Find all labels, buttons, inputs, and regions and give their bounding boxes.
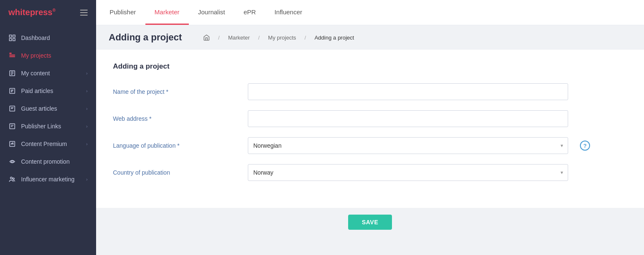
page-title: Adding a project [109,32,182,43]
tab-marketer[interactable]: Marketer [145,0,189,25]
tab-publisher[interactable]: Publisher [100,0,145,25]
content-area: Adding a project Name of the project * W… [96,50,644,255]
sidebar-item-content-premium[interactable]: Content Premium › [0,135,96,153]
promotion-icon [8,158,16,165]
label-country: Country of publication [113,169,239,176]
sidebar-item-guest-articles[interactable]: Guest articles › [0,100,96,117]
sidebar-label-my-content: My content [21,70,50,77]
label-web-address: Web address * [113,115,239,122]
form-row-language: Language of publication * Norwegian Engl… [113,137,627,154]
form-row-country: Country of publication Norway Germany Fr… [113,164,627,181]
form-section-title: Adding a project [113,62,627,71]
breadcrumb-sep-1: / [218,35,220,41]
sidebar-label-my-projects: My projects [21,52,51,59]
tab-epr[interactable]: ePR [234,0,265,25]
tab-journalist[interactable]: Journalist [189,0,234,25]
chevron-icon: › [86,71,88,76]
links-icon [8,122,16,130]
breadcrumb-bar: Adding a project / Marketer / My project… [96,25,644,50]
chevron-icon: › [86,88,88,93]
chevron-icon: › [86,106,88,111]
breadcrumb-my-projects[interactable]: My projects [268,35,296,41]
breadcrumb-left: Adding a project / Marketer / My project… [109,32,354,43]
logo-reg: ® [53,8,56,13]
logo-white-part: white [8,8,30,17]
svg-point-23 [11,177,13,179]
sidebar-label-content-premium: Content Premium [21,141,67,147]
premium-icon [8,140,16,148]
save-button[interactable]: SAVE [348,215,392,230]
svg-rect-2 [9,39,11,41]
dashboard-icon [8,34,16,42]
breadcrumb-current: Adding a project [314,35,354,41]
home-icon[interactable] [203,34,210,41]
form-row-project-name: Name of the project * [113,83,627,100]
svg-rect-1 [13,35,15,37]
top-nav: Publisher Marketer Journalist ePR Influe… [96,0,644,25]
breadcrumb-marketer[interactable]: Marketer [228,35,250,41]
influencer-icon [8,175,16,183]
svg-point-22 [11,161,13,163]
input-web-address[interactable] [248,110,568,127]
sidebar-label-publisher-links: Publisher Links [21,123,61,130]
guest-icon [8,105,16,112]
logo-red-part: press [30,8,52,17]
help-icon-language[interactable]: ? [580,141,590,151]
input-project-name[interactable] [248,83,568,100]
svg-rect-3 [13,39,15,41]
sidebar-label-influencer-marketing: Influencer marketing [21,176,75,183]
chevron-icon: › [86,141,88,146]
form-row-web-address: Web address * [113,110,627,127]
logo-text: whitepress® [8,8,56,17]
select-country[interactable]: Norway Germany France United Kingdom Uni… [248,164,568,181]
breadcrumb-sep-2: / [258,35,260,41]
main-content: Publisher Marketer Journalist ePR Influe… [96,0,644,255]
sidebar-item-publisher-links[interactable]: Publisher Links › [0,117,96,135]
paid-icon [8,87,16,95]
label-language: Language of publication * [113,142,239,149]
sidebar-item-influencer-marketing[interactable]: Influencer marketing › [0,170,96,188]
sidebar-label-content-promotion: Content promotion [21,158,70,165]
select-wrapper-language: Norwegian English German French Spanish … [248,137,568,154]
hamburger-button[interactable] [80,10,88,16]
chevron-icon: › [86,124,88,129]
select-wrapper-country: Norway Germany France United Kingdom Uni… [248,164,568,181]
logo-area: whitepress® [0,0,96,25]
label-project-name: Name of the project * [113,88,239,95]
sidebar-item-dashboard[interactable]: Dashboard [0,29,96,47]
sidebar-item-my-projects[interactable]: My projects [0,47,96,64]
svg-rect-5 [9,55,15,56]
chevron-icon: › [86,177,88,182]
sidebar-item-my-content[interactable]: My content › [0,64,96,82]
sidebar-item-paid-articles[interactable]: Paid articles › [0,82,96,100]
footer-bar: SAVE [96,208,644,236]
svg-point-24 [13,178,14,180]
sidebar-nav: Dashboard My projects My content [0,29,96,188]
tab-influencer[interactable]: Influencer [265,0,311,25]
svg-rect-0 [9,35,11,37]
sidebar-label-paid-articles: Paid articles [21,88,53,94]
sidebar-label-dashboard: Dashboard [21,35,50,41]
content-icon [8,69,16,77]
svg-rect-6 [9,56,15,57]
select-language[interactable]: Norwegian English German French Spanish [248,137,568,154]
svg-rect-4 [9,53,11,54]
sidebar-item-content-promotion[interactable]: Content promotion [0,153,96,170]
sidebar: whitepress® Dashboard My [0,0,96,255]
form-card: Adding a project Name of the project * W… [96,50,644,208]
sidebar-label-guest-articles: Guest articles [21,105,57,112]
projects-icon [8,52,16,59]
breadcrumb-sep-3: / [305,35,306,41]
